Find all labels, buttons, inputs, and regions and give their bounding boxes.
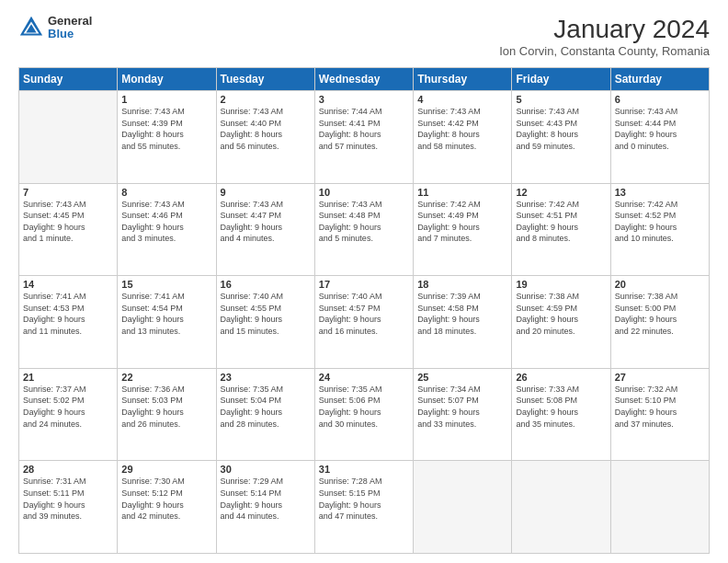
calendar-day-header: Saturday: [610, 68, 709, 91]
day-number: 30: [221, 464, 311, 475]
calendar-cell: 25Sunrise: 7:34 AM Sunset: 5:07 PM Dayli…: [414, 368, 512, 461]
day-info: Sunrise: 7:43 AM Sunset: 4:46 PM Dayligh…: [121, 199, 211, 245]
logo-text: General Blue: [48, 15, 92, 41]
day-info: Sunrise: 7:32 AM Sunset: 5:10 PM Dayligh…: [615, 384, 705, 430]
day-info: Sunrise: 7:43 AM Sunset: 4:44 PM Dayligh…: [615, 106, 705, 152]
calendar-cell: 27Sunrise: 7:32 AM Sunset: 5:10 PM Dayli…: [610, 368, 709, 461]
day-number: 13: [615, 187, 705, 198]
calendar-cell: 20Sunrise: 7:38 AM Sunset: 5:00 PM Dayli…: [610, 276, 709, 369]
day-number: 3: [319, 94, 409, 105]
day-info: Sunrise: 7:43 AM Sunset: 4:45 PM Dayligh…: [23, 199, 113, 245]
day-info: Sunrise: 7:40 AM Sunset: 4:55 PM Dayligh…: [221, 291, 311, 337]
day-number: 2: [221, 94, 311, 105]
day-info: Sunrise: 7:43 AM Sunset: 4:42 PM Dayligh…: [417, 106, 507, 152]
day-info: Sunrise: 7:28 AM Sunset: 5:15 PM Dayligh…: [319, 476, 409, 522]
day-number: 22: [121, 372, 211, 383]
day-number: 31: [319, 464, 409, 475]
calendar-cell: 14Sunrise: 7:41 AM Sunset: 4:53 PM Dayli…: [19, 276, 118, 369]
calendar-day-header: Sunday: [19, 68, 118, 91]
calendar-cell: 10Sunrise: 7:43 AM Sunset: 4:48 PM Dayli…: [314, 183, 413, 276]
day-number: 27: [615, 372, 705, 383]
calendar: SundayMondayTuesdayWednesdayThursdayFrid…: [18, 67, 710, 554]
location: Ion Corvin, Constanta County, Romania: [499, 44, 710, 58]
calendar-week-row: 14Sunrise: 7:41 AM Sunset: 4:53 PM Dayli…: [19, 276, 710, 369]
header: General Blue January 2024 Ion Corvin, Co…: [18, 15, 710, 58]
calendar-week-row: 28Sunrise: 7:31 AM Sunset: 5:11 PM Dayli…: [19, 461, 710, 554]
calendar-week-row: 1Sunrise: 7:43 AM Sunset: 4:39 PM Daylig…: [19, 91, 710, 184]
day-info: Sunrise: 7:44 AM Sunset: 4:41 PM Dayligh…: [319, 106, 409, 152]
day-info: Sunrise: 7:37 AM Sunset: 5:02 PM Dayligh…: [23, 384, 113, 430]
calendar-cell: 19Sunrise: 7:38 AM Sunset: 4:59 PM Dayli…: [512, 276, 610, 369]
day-info: Sunrise: 7:35 AM Sunset: 5:04 PM Dayligh…: [221, 384, 311, 430]
calendar-cell: [512, 461, 610, 554]
calendar-cell: 4Sunrise: 7:43 AM Sunset: 4:42 PM Daylig…: [414, 91, 512, 184]
day-info: Sunrise: 7:42 AM Sunset: 4:51 PM Dayligh…: [516, 199, 606, 245]
day-info: Sunrise: 7:29 AM Sunset: 5:14 PM Dayligh…: [221, 476, 311, 522]
day-number: 11: [417, 187, 507, 198]
day-info: Sunrise: 7:33 AM Sunset: 5:08 PM Dayligh…: [516, 384, 606, 430]
day-number: 19: [516, 279, 606, 290]
calendar-cell: 12Sunrise: 7:42 AM Sunset: 4:51 PM Dayli…: [512, 183, 610, 276]
day-info: Sunrise: 7:41 AM Sunset: 4:54 PM Dayligh…: [121, 291, 211, 337]
day-info: Sunrise: 7:43 AM Sunset: 4:47 PM Dayligh…: [221, 199, 311, 245]
month-year: January 2024: [499, 15, 710, 44]
day-number: 8: [121, 187, 211, 198]
logo: General Blue: [18, 15, 92, 41]
day-info: Sunrise: 7:40 AM Sunset: 4:57 PM Dayligh…: [319, 291, 409, 337]
day-number: 12: [516, 187, 606, 198]
calendar-day-header: Monday: [118, 68, 216, 91]
day-info: Sunrise: 7:38 AM Sunset: 5:00 PM Dayligh…: [615, 291, 705, 337]
calendar-cell: 7Sunrise: 7:43 AM Sunset: 4:45 PM Daylig…: [19, 183, 118, 276]
calendar-header-row: SundayMondayTuesdayWednesdayThursdayFrid…: [19, 68, 710, 91]
day-number: 25: [417, 372, 507, 383]
day-info: Sunrise: 7:30 AM Sunset: 5:12 PM Dayligh…: [121, 476, 211, 522]
day-number: 9: [221, 187, 311, 198]
calendar-cell: 21Sunrise: 7:37 AM Sunset: 5:02 PM Dayli…: [19, 368, 118, 461]
calendar-cell: 26Sunrise: 7:33 AM Sunset: 5:08 PM Dayli…: [512, 368, 610, 461]
calendar-cell: 5Sunrise: 7:43 AM Sunset: 4:43 PM Daylig…: [512, 91, 610, 184]
day-number: 7: [23, 187, 113, 198]
day-number: 23: [221, 372, 311, 383]
logo-general: General: [48, 15, 92, 28]
day-info: Sunrise: 7:35 AM Sunset: 5:06 PM Dayligh…: [319, 384, 409, 430]
calendar-cell: 31Sunrise: 7:28 AM Sunset: 5:15 PM Dayli…: [314, 461, 413, 554]
day-info: Sunrise: 7:42 AM Sunset: 4:52 PM Dayligh…: [615, 199, 705, 245]
day-number: 21: [23, 372, 113, 383]
day-number: 26: [516, 372, 606, 383]
calendar-cell: 3Sunrise: 7:44 AM Sunset: 4:41 PM Daylig…: [314, 91, 413, 184]
calendar-cell: 11Sunrise: 7:42 AM Sunset: 4:49 PM Dayli…: [414, 183, 512, 276]
day-number: 24: [319, 372, 409, 383]
calendar-cell: 1Sunrise: 7:43 AM Sunset: 4:39 PM Daylig…: [118, 91, 216, 184]
day-number: 16: [221, 279, 311, 290]
calendar-cell: 23Sunrise: 7:35 AM Sunset: 5:04 PM Dayli…: [216, 368, 314, 461]
calendar-week-row: 21Sunrise: 7:37 AM Sunset: 5:02 PM Dayli…: [19, 368, 710, 461]
calendar-day-header: Thursday: [414, 68, 512, 91]
calendar-cell: [19, 91, 118, 184]
day-info: Sunrise: 7:43 AM Sunset: 4:40 PM Dayligh…: [221, 106, 311, 152]
day-info: Sunrise: 7:42 AM Sunset: 4:49 PM Dayligh…: [417, 199, 507, 245]
calendar-cell: 29Sunrise: 7:30 AM Sunset: 5:12 PM Dayli…: [118, 461, 216, 554]
calendar-cell: 30Sunrise: 7:29 AM Sunset: 5:14 PM Dayli…: [216, 461, 314, 554]
page: General Blue January 2024 Ion Corvin, Co…: [0, 0, 728, 563]
calendar-cell: 18Sunrise: 7:39 AM Sunset: 4:58 PM Dayli…: [414, 276, 512, 369]
day-info: Sunrise: 7:43 AM Sunset: 4:48 PM Dayligh…: [319, 199, 409, 245]
day-info: Sunrise: 7:36 AM Sunset: 5:03 PM Dayligh…: [121, 384, 211, 430]
calendar-week-row: 7Sunrise: 7:43 AM Sunset: 4:45 PM Daylig…: [19, 183, 710, 276]
logo-blue: Blue: [48, 28, 92, 40]
day-info: Sunrise: 7:31 AM Sunset: 5:11 PM Dayligh…: [23, 476, 113, 522]
day-info: Sunrise: 7:39 AM Sunset: 4:58 PM Dayligh…: [417, 291, 507, 337]
calendar-day-header: Tuesday: [216, 68, 314, 91]
day-number: 14: [23, 279, 113, 290]
day-info: Sunrise: 7:38 AM Sunset: 4:59 PM Dayligh…: [516, 291, 606, 337]
day-number: 18: [417, 279, 507, 290]
calendar-cell: 6Sunrise: 7:43 AM Sunset: 4:44 PM Daylig…: [610, 91, 709, 184]
calendar-cell: 24Sunrise: 7:35 AM Sunset: 5:06 PM Dayli…: [314, 368, 413, 461]
calendar-cell: [610, 461, 709, 554]
calendar-day-header: Friday: [512, 68, 610, 91]
calendar-cell: 8Sunrise: 7:43 AM Sunset: 4:46 PM Daylig…: [118, 183, 216, 276]
day-number: 6: [615, 94, 705, 105]
day-number: 5: [516, 94, 606, 105]
calendar-cell: 28Sunrise: 7:31 AM Sunset: 5:11 PM Dayli…: [19, 461, 118, 554]
day-number: 15: [121, 279, 211, 290]
day-info: Sunrise: 7:43 AM Sunset: 4:39 PM Dayligh…: [121, 106, 211, 152]
